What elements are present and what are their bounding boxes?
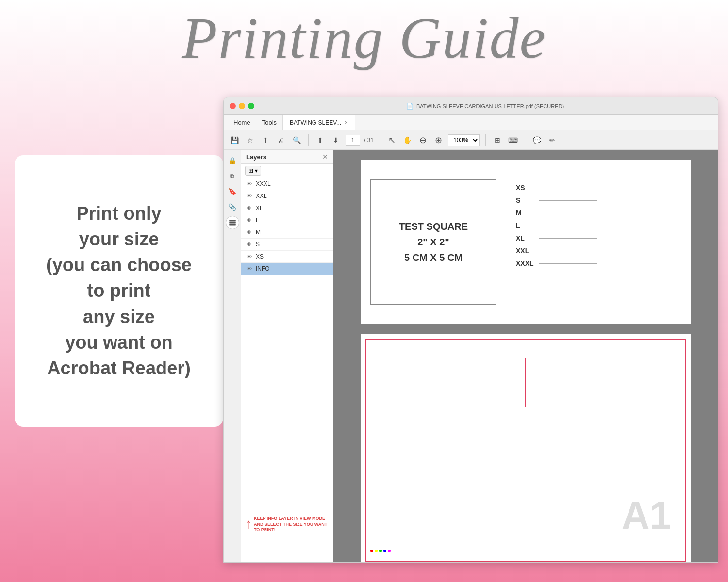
menu-home[interactable]: Home xyxy=(228,115,256,130)
layer-eye-icon: 👁 xyxy=(245,181,253,187)
page-number-input[interactable] xyxy=(346,135,360,146)
sidebar-icon-bookmark[interactable]: 🔖 xyxy=(226,185,239,198)
instruction-line1: Print only xyxy=(76,203,161,224)
layer-name-label: XL xyxy=(256,205,329,211)
instruction-box: Print only your size (you can choose to … xyxy=(15,155,223,427)
sidebar-icon-layers[interactable] xyxy=(226,216,239,229)
title-bar: 📄 BATWING SLEEVE CARDIGAN US-LETTER.pdf … xyxy=(224,97,718,115)
size-s-line xyxy=(539,200,597,201)
size-xxxl: XXXL xyxy=(516,259,535,267)
size-xxl-line xyxy=(539,251,597,251)
instruction-line6: you want on xyxy=(65,332,173,353)
dot-yellow xyxy=(375,550,378,552)
pdf-area[interactable]: TEST SQUARE 2" X 2" 5 CM X 5 CM XS S xyxy=(333,150,718,562)
pdf-page-bottom-content: A1 xyxy=(361,334,691,562)
svg-rect-2 xyxy=(229,220,236,222)
size-l-line xyxy=(539,226,597,226)
layer-eye-icon: 👁 xyxy=(245,205,253,211)
layer-eye-icon: 👁 xyxy=(245,217,253,223)
layer-item-s[interactable]: 👁 S xyxy=(241,239,333,251)
toolbar-separator-2 xyxy=(380,134,380,146)
layer-item-xxl[interactable]: 👁 XXL xyxy=(241,190,333,202)
layers-menu-button[interactable]: ⊞ ▾ xyxy=(245,166,261,176)
toolbar-separator-3 xyxy=(485,134,486,146)
layers-dropdown-icon: ▾ xyxy=(255,167,258,174)
bookmark-icon[interactable]: ☆ xyxy=(244,134,256,146)
toolbar-separator-4 xyxy=(525,134,525,146)
layer-item-xxxl[interactable]: 👁 XXXL xyxy=(241,178,333,190)
layer-name-label: XXL xyxy=(256,193,329,199)
size-s: S xyxy=(516,196,535,204)
toolbar: 💾 ☆ ⬆ 🖨 🔍 ⬆ ⬇ / 31 ↖ ✋ ⊖ ⊕ 103% 100% 75%… xyxy=(224,130,718,150)
cursor-icon[interactable]: ↖ xyxy=(386,134,397,146)
print-icon[interactable]: 🖨 xyxy=(275,134,287,146)
instruction-line7: Acrobat Reader) xyxy=(47,358,191,378)
tab-document[interactable]: BATWING SLEEV... ✕ xyxy=(282,115,355,130)
pen-icon[interactable]: ✏ xyxy=(546,134,558,146)
zoom-plus-icon[interactable]: ⊕ xyxy=(432,134,444,146)
size-row-m: M xyxy=(516,209,597,217)
pdf-file-icon: 📄 xyxy=(406,103,414,110)
arrow-up-icon: ↑ xyxy=(245,517,252,531)
layers-panel-title: Layers xyxy=(246,153,266,161)
sidebar-icon-lock[interactable]: 🔒 xyxy=(226,154,239,167)
upload-icon[interactable]: ⬆ xyxy=(260,134,271,146)
pdf-page-1: TEST SQUARE 2" X 2" 5 CM X 5 CM XS S xyxy=(361,160,691,324)
sidebar-icon-attach[interactable]: 📎 xyxy=(226,200,239,214)
sidebar-icon-pages[interactable]: ⧉ xyxy=(226,169,239,183)
size-row-s: S xyxy=(516,196,597,204)
close-button[interactable] xyxy=(230,103,236,109)
pdf-page-2: A1 xyxy=(361,334,691,562)
layers-close-button[interactable]: ✕ xyxy=(322,153,328,161)
layer-item-l[interactable]: 👁 L xyxy=(241,214,333,226)
layer-name-label: L xyxy=(256,217,329,224)
layers-grid-icon: ⊞ xyxy=(248,167,253,174)
save-icon[interactable]: 💾 xyxy=(229,134,240,146)
pattern-page-label: A1 xyxy=(622,493,671,538)
tab-close-icon[interactable]: ✕ xyxy=(344,120,348,125)
layers-stack-icon xyxy=(229,219,236,226)
size-l: L xyxy=(516,222,535,229)
hand-icon[interactable]: ✋ xyxy=(401,134,413,146)
test-square-text: TEST SQUARE 2" X 2" 5 CM X 5 CM xyxy=(399,219,468,265)
layers-toolbar: ⊞ ▾ xyxy=(241,164,333,178)
maximize-button[interactable] xyxy=(248,103,254,109)
layer-item-xs[interactable]: 👁 XS xyxy=(241,251,333,263)
menu-tools[interactable]: Tools xyxy=(256,115,282,130)
pattern-center-line xyxy=(525,358,526,407)
annotation-text: KEEP INFO LAYER IN VIEW MODE AND SELECT … xyxy=(254,516,331,533)
comment-icon[interactable]: 💬 xyxy=(531,134,543,146)
next-page-icon[interactable]: ⬇ xyxy=(330,134,342,146)
size-xl: XL xyxy=(516,234,535,242)
svg-rect-1 xyxy=(229,222,236,224)
zoom-select[interactable]: 103% 100% 75% 50% xyxy=(448,134,480,146)
traffic-lights xyxy=(230,103,254,109)
layer-name-label: XXXL xyxy=(256,180,329,187)
size-xs-line xyxy=(539,188,597,188)
layer-name-label: S xyxy=(256,241,329,248)
layer-item-m[interactable]: 👁 M xyxy=(241,226,333,239)
read-icon[interactable]: ⌨ xyxy=(507,134,519,146)
layer-name-label: INFO xyxy=(256,265,329,272)
title-bar-text: 📄 BATWING SLEEVE CARDIGAN US-LETTER.pdf … xyxy=(258,103,712,110)
page-title: Printing Guide xyxy=(0,5,728,72)
size-xl-line xyxy=(539,238,597,239)
minimize-button[interactable] xyxy=(239,103,245,109)
layer-item-info[interactable]: 👁 INFO xyxy=(241,263,333,275)
view-icon[interactable]: ⊞ xyxy=(492,134,503,146)
size-row-xs: XS xyxy=(516,184,597,192)
layer-eye-icon: 👁 xyxy=(245,229,253,235)
pdf-page-top-content: TEST SQUARE 2" X 2" 5 CM X 5 CM XS S xyxy=(361,160,691,324)
previous-page-icon[interactable]: ⬆ xyxy=(314,134,326,146)
layer-item-xl[interactable]: 👁 XL xyxy=(241,202,333,214)
dot-green xyxy=(379,550,382,552)
layer-eye-icon: 👁 xyxy=(245,193,253,199)
window-filename: BATWING SLEEVE CARDIGAN US-LETTER.pdf (S… xyxy=(416,103,564,109)
zoom-out-icon[interactable]: 🔍 xyxy=(291,134,302,146)
layer-eye-icon: 👁 xyxy=(245,266,253,272)
instruction-line5: any size xyxy=(83,307,155,327)
size-row-xxxl: XXXL xyxy=(516,259,597,267)
zoom-minus-icon[interactable]: ⊖ xyxy=(417,134,429,146)
menu-bar: Home Tools BATWING SLEEV... ✕ xyxy=(224,115,718,130)
instruction-line3: (you can choose xyxy=(46,255,192,275)
